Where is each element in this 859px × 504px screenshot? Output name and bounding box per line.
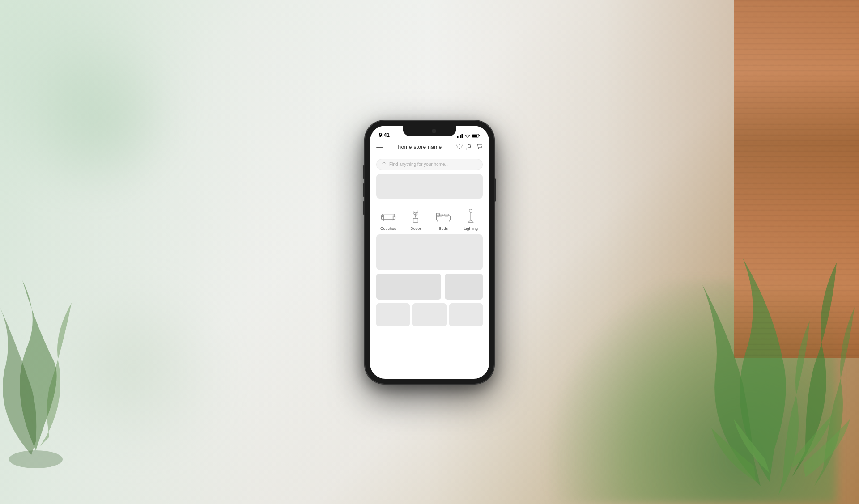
signal-icon: [457, 134, 463, 138]
product-card-3[interactable]: [376, 303, 410, 326]
product-card-4[interactable]: [412, 303, 446, 326]
battery-icon: [472, 134, 480, 138]
phone-body: 9:41: [365, 120, 494, 384]
svg-point-11: [383, 162, 385, 165]
svg-rect-4: [462, 134, 463, 138]
category-decor[interactable]: Decor: [406, 208, 425, 231]
svg-rect-15: [383, 216, 394, 220]
search-placeholder-text: Find anything for your home...: [389, 162, 449, 167]
svg-rect-16: [382, 214, 395, 217]
svg-rect-3: [460, 135, 461, 138]
products-section: [370, 234, 489, 326]
svg-point-27: [469, 209, 472, 212]
svg-line-30: [471, 220, 473, 222]
status-time: 9:41: [379, 132, 390, 138]
couches-icon: [378, 208, 398, 224]
couches-label: Couches: [380, 226, 396, 231]
wifi-icon: [465, 134, 470, 138]
product-row-1: [376, 274, 483, 300]
svg-rect-7: [472, 135, 477, 137]
decor-label: Decor: [410, 226, 421, 231]
phone-mockup: 9:41: [365, 120, 494, 384]
lighting-label: Lighting: [464, 226, 478, 231]
svg-point-9: [478, 148, 479, 149]
product-row-2: [376, 303, 483, 326]
product-card-5[interactable]: [449, 303, 483, 326]
product-card-1[interactable]: [376, 274, 441, 300]
svg-rect-19: [413, 218, 418, 222]
category-grid: Couches: [370, 202, 489, 234]
svg-rect-6: [479, 135, 480, 136]
svg-rect-23: [438, 214, 442, 216]
featured-product-banner[interactable]: [376, 234, 483, 270]
app-header: home store name: [370, 140, 489, 155]
svg-rect-2: [459, 136, 460, 138]
search-bar[interactable]: Find anything for your home...: [376, 159, 483, 170]
wishlist-icon[interactable]: [456, 144, 463, 151]
category-beds[interactable]: Beds: [434, 208, 453, 231]
beds-icon: [434, 208, 453, 224]
svg-point-10: [481, 148, 481, 149]
phone-screen: 9:41: [370, 126, 489, 379]
account-icon[interactable]: [466, 144, 472, 151]
category-couches[interactable]: Couches: [378, 208, 398, 231]
menu-line-3: [376, 149, 383, 150]
menu-line-1: [376, 145, 383, 146]
menu-line-2: [376, 147, 383, 148]
decor-icon: [406, 208, 425, 224]
svg-line-12: [385, 165, 387, 166]
hamburger-menu-button[interactable]: [376, 145, 383, 150]
header-action-icons: [456, 144, 483, 151]
product-card-2[interactable]: [445, 274, 483, 300]
svg-point-8: [468, 144, 471, 147]
svg-line-29: [468, 220, 471, 222]
app-title: home store name: [398, 144, 442, 150]
svg-rect-24: [444, 214, 448, 216]
category-lighting[interactable]: Lighting: [461, 208, 481, 231]
beds-label: Beds: [438, 226, 448, 231]
status-icons: [457, 134, 480, 138]
cart-icon[interactable]: [476, 144, 483, 151]
lighting-icon: [461, 208, 481, 224]
notch-camera: [432, 129, 436, 133]
hero-banner-skeleton: [376, 174, 483, 199]
search-icon: [382, 162, 387, 167]
svg-rect-1: [457, 136, 458, 138]
wood-panel-texture: [734, 0, 859, 358]
phone-notch: [403, 126, 456, 136]
